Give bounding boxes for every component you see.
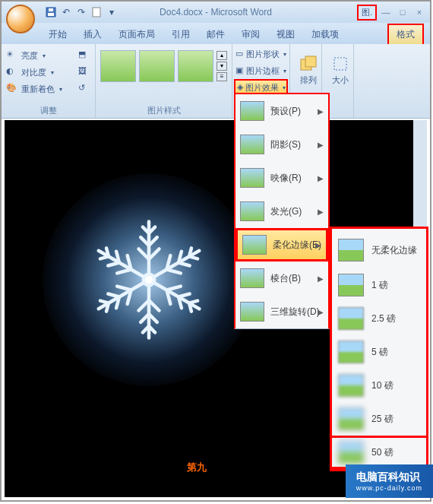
soft-edge-5pt[interactable]: 5 磅 [332,335,426,369]
soft-edge-2-5pt[interactable]: 2.5 磅 [332,302,426,335]
contrast-button[interactable]: ◐ 对比度▾ 🖼 [6,64,90,81]
size-button[interactable]: 大小 [327,47,354,93]
close-button[interactable]: × [412,6,427,18]
effects-icon: ◈ [237,82,243,93]
rotation-label: 三维旋转(D) [270,306,320,319]
style-thumb-1[interactable] [100,50,136,82]
menu-shadow[interactable]: 阴影(S) ▶ [235,128,328,161]
menu-3d-rotation[interactable]: 三维旋转(D) ▶ [235,295,328,328]
bevel-thumb [240,268,264,288]
rotation-thumb [240,302,264,322]
recolor-label: 重新着色 [21,84,55,95]
snowflake-icon [81,211,217,348]
border-label: 图片边框 [246,65,280,77]
watermark-badge: 电脑百科知识 www.pc-daily.com [346,464,433,498]
ribbon-content: ☀ 亮度▾ ⬒ ◐ 对比度▾ 🖼 🎨 重新着色▾ ↺ 调整 [2,44,430,119]
recolor-icon: 🎨 [6,83,18,95]
pt25-thumb [338,407,364,430]
tab-insert[interactable]: 插入 [76,25,109,44]
style-thumb-2[interactable] [139,50,175,82]
pt10-label: 10 磅 [371,379,393,392]
size-label: 大小 [332,74,349,86]
title-bar: ↶ ↷ ▾ Doc4.docx - Microsoft Word 图. — □ … [2,2,430,23]
recolor-button[interactable]: 🎨 重新着色▾ ↺ [6,81,90,97]
bevel-label: 棱台(B) [270,272,301,285]
svg-point-14 [144,274,154,285]
svg-rect-3 [93,8,100,17]
arrange-button[interactable]: 排列 [295,47,322,93]
shadow-label: 阴影(S) [270,138,301,151]
undo-button[interactable]: ↶ [59,5,73,19]
brightness-label: 亮度 [21,50,38,62]
soft-edge-25pt[interactable]: 25 磅 [332,402,426,436]
pt5-label: 5 磅 [371,346,388,359]
menu-soft-edges[interactable]: 柔化边缘(E) ▶ [235,228,328,262]
tab-mailings[interactable]: 邮件 [199,25,232,44]
submenu-arrow-icon: ▶ [318,174,324,182]
shape-icon: ▭ [235,49,244,59]
save-button[interactable] [44,5,58,19]
qat-dropdown[interactable]: ▾ [105,5,119,19]
svg-rect-6 [334,58,346,70]
picture-border-button[interactable]: ▣ 图片边框▾ [234,62,288,79]
submenu-arrow-icon: ▶ [318,141,324,149]
submenu-arrow-icon: ▶ [318,208,324,216]
glow-thumb [240,201,264,221]
picture-effects-menu: 预设(P) ▶ 阴影(S) ▶ 映像(R) ▶ 发光(G) ▶ 柔化边缘(E) … [234,93,330,329]
watermark-small: 第九 [187,461,207,474]
adjust-group: ☀ 亮度▾ ⬒ ◐ 对比度▾ 🖼 🎨 重新着色▾ ↺ 调整 [2,44,96,118]
svg-rect-2 [49,8,53,11]
maximize-button[interactable]: □ [395,6,410,18]
picture-shape-button[interactable]: ▭ 图片形状▾ [234,46,288,62]
pt2-5-label: 2.5 磅 [371,312,396,325]
ribbon-tabs: 开始 插入 页面布局 引用 邮件 审阅 视图 加载项 格式 [2,23,430,44]
styles-group: ▴ ▾ ≡ 图片样式 [96,44,232,118]
picture-tools-tab[interactable]: 图. [357,5,377,21]
pt10-thumb [338,374,364,397]
new-button[interactable] [90,5,103,19]
pt5-thumb [338,341,364,363]
submenu-arrow-icon: ▶ [318,308,324,316]
shape-label: 图片形状 [246,49,280,60]
tab-format[interactable]: 格式 [387,24,424,44]
quick-access-toolbar: ↶ ↷ ▾ [44,5,119,19]
pt2-5-thumb [338,307,364,330]
style-gallery[interactable]: ▴ ▾ ≡ [100,47,227,85]
gallery-scroll[interactable]: ▴ ▾ ≡ [216,50,227,82]
contrast-label: 对比度 [21,67,46,78]
menu-preset[interactable]: 预设(P) ▶ [235,94,328,128]
tab-home[interactable]: 开始 [41,25,74,44]
reset-icon[interactable]: ↺ [78,83,90,95]
submenu-arrow-icon: ▶ [318,107,324,116]
redo-button[interactable]: ↷ [74,5,88,19]
compress-icon[interactable]: ⬒ [78,49,90,62]
pt1-label: 1 磅 [371,279,388,292]
pt25-label: 25 磅 [371,413,393,426]
glow-label: 发光(G) [270,205,302,218]
tab-review[interactable]: 审阅 [234,25,267,44]
tab-layout[interactable]: 页面布局 [111,25,163,44]
menu-glow[interactable]: 发光(G) ▶ [235,195,328,228]
minimize-button[interactable]: — [378,6,393,18]
watermark-main: 电脑百科知识 [356,471,420,483]
soft-edge-1pt[interactable]: 1 磅 [332,268,426,302]
soft-edge-none[interactable]: 无柔化边缘 [332,232,426,268]
pt1-thumb [338,274,364,296]
menu-bevel[interactable]: 棱台(B) ▶ [235,262,328,295]
style-thumb-3[interactable] [178,50,213,82]
menu-reflection[interactable]: 映像(R) ▶ [235,161,328,195]
brightness-button[interactable]: ☀ 亮度▾ ⬒ [6,47,90,64]
preset-thumb [240,101,264,121]
tab-references[interactable]: 引用 [164,25,198,44]
submenu-arrow-icon: ▶ [315,241,321,249]
tab-addins[interactable]: 加载项 [304,25,346,44]
app-window: ↶ ↷ ▾ Doc4.docx - Microsoft Word 图. — □ … [0,0,431,502]
office-button[interactable] [6,5,35,33]
soft-edge-10pt[interactable]: 10 磅 [332,369,426,402]
styles-group-label: 图片样式 [96,105,232,116]
change-picture-icon[interactable]: 🖼 [78,66,90,78]
tab-view[interactable]: 视图 [269,25,302,44]
adjust-group-label: 调整 [2,105,95,116]
submenu-arrow-icon: ▶ [318,274,324,283]
arrange-label: 排列 [300,74,317,86]
